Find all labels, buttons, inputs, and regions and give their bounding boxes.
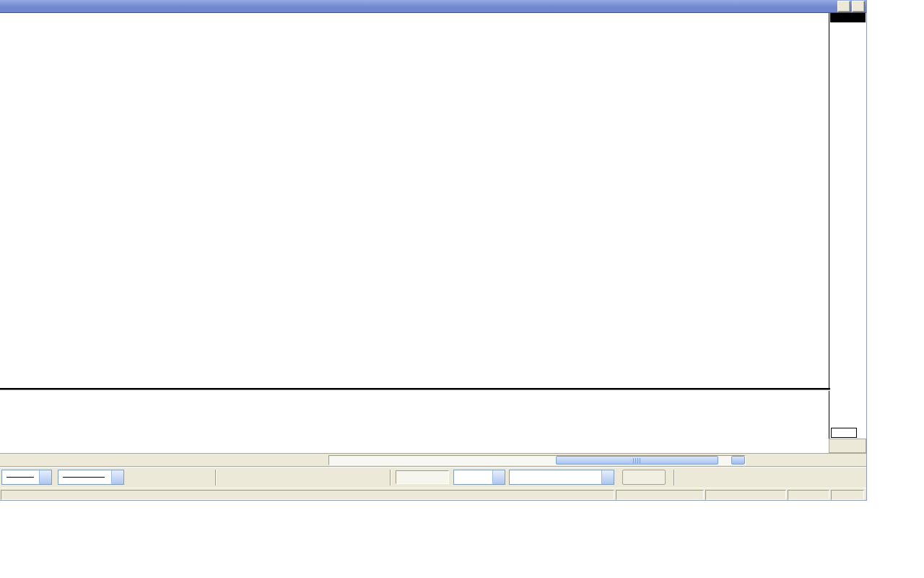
volume-svg [0,391,829,439]
scroll-row [0,453,866,466]
restore-icon[interactable] [837,1,850,12]
title-bar[interactable] [0,0,866,13]
line-style-combo[interactable] [1,470,52,485]
volume-plot[interactable] [0,391,829,439]
line-weight-preview [63,477,105,478]
color-palette[interactable] [141,470,206,483]
chart-window [0,0,867,501]
toolbar-separator [674,470,675,486]
status-date [616,490,704,500]
time-axis [0,439,829,453]
vendor-combo[interactable] [509,470,614,485]
status-value [705,490,786,500]
chevron-down-icon[interactable] [601,470,614,484]
window-buttons [837,1,865,12]
status-bar [0,488,866,500]
status-help [1,490,614,500]
scrollbar-grip-icon [633,458,642,463]
close-icon[interactable] [852,1,865,12]
pane-separator [0,388,830,390]
toolbar-separator [390,470,391,486]
scrollbar-thumb[interactable] [556,456,718,465]
price-axis [829,13,866,389]
trade-button[interactable] [622,470,666,485]
chevron-down-icon[interactable] [492,470,505,484]
horizontal-scrollbar[interactable] [328,455,746,465]
volume-multiplier-badge [831,428,857,438]
symbol-input[interactable] [396,470,449,484]
line-style-preview [6,477,34,478]
line-weight-combo[interactable] [58,470,124,485]
chevron-down-icon[interactable] [111,470,123,484]
period-combo[interactable] [453,470,505,485]
status-time [788,490,829,500]
price-chart-plot[interactable] [0,13,829,389]
toolbar-separator [215,470,217,486]
toolbar [0,466,866,488]
price-chart-svg [0,13,829,389]
volume-axis [829,391,866,439]
last-price-tag [830,13,866,22]
axis-corner [829,439,866,453]
chevron-down-icon[interactable] [39,470,51,484]
dollar-icon [831,490,864,500]
scroll-end-icon[interactable] [731,456,745,465]
